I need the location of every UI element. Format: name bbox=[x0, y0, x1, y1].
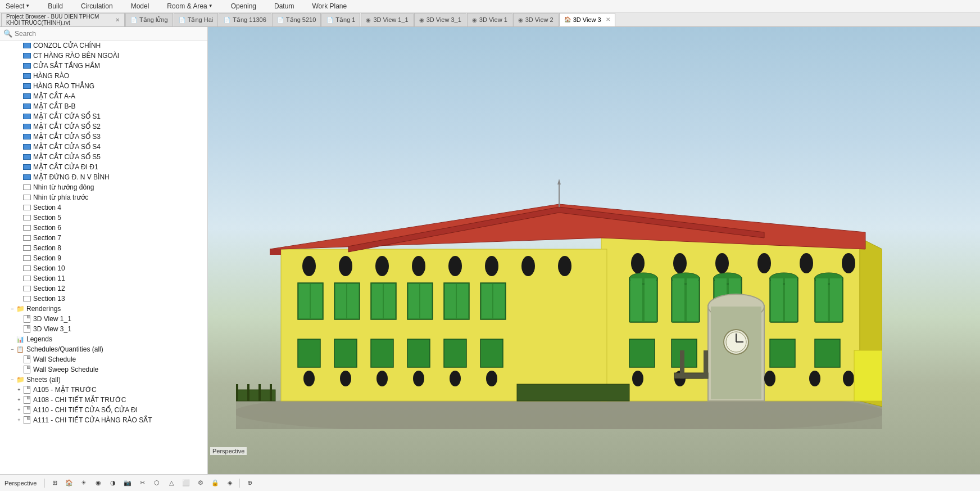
toolbar-btn-render[interactable]: ◉ bbox=[92, 477, 105, 489]
tree-item-schedules[interactable]: − 📋 Schedules/Quantities (all) bbox=[7, 344, 207, 354]
tree-item-section-5[interactable]: Section 5 bbox=[13, 213, 207, 223]
svg-rect-41 bbox=[785, 278, 797, 321]
tree-item-a105[interactable]: + A105 - MẶT TRƯỚC bbox=[13, 385, 207, 395]
tree-item-a110[interactable]: + A110 - CHI TIẾT CỬA SỔ, CỬA ĐI bbox=[13, 405, 207, 415]
tree-item-mat-cat-s5[interactable]: MẶT CẮT CỬA SỔ S5 bbox=[13, 152, 207, 162]
menu-select[interactable]: Select ▼ bbox=[2, 0, 33, 12]
svg-point-80 bbox=[413, 371, 424, 386]
tree-item-section-4[interactable]: Section 4 bbox=[13, 202, 207, 213]
tree-expand-renderings[interactable]: − bbox=[9, 306, 16, 312]
toolbar-btn-camera[interactable]: 📷 bbox=[121, 477, 134, 489]
svg-point-73 bbox=[715, 253, 729, 273]
tree-item-a111[interactable]: + A111 - CHI TIẾT CỬA HÀNG RÀO SẮT bbox=[13, 415, 207, 425]
tree-expand-schedules[interactable]: − bbox=[9, 346, 16, 352]
tree-label-hang-rao: HÀNG RÀO bbox=[33, 72, 69, 80]
tree-expand-sheets[interactable]: − bbox=[9, 377, 16, 382]
toolbar-btn-house[interactable]: 🏠 bbox=[63, 477, 75, 489]
tree-item-nhin-tu-truoc[interactable]: Nhìn từ phía trước bbox=[13, 192, 207, 202]
toolbar-btn-nav[interactable]: △ bbox=[165, 477, 178, 489]
menu-datum[interactable]: Datum bbox=[271, 0, 297, 12]
tree-item-hang-rao-thang[interactable]: HÀNG RÀO THẲNG bbox=[13, 81, 207, 91]
tree-item-wall-sweep-schedule[interactable]: Wall Sweep Schedule bbox=[13, 364, 207, 375]
tree-expand-a110[interactable]: + bbox=[16, 407, 22, 413]
tree-item-sheets[interactable]: − 📁 Sheets (all) bbox=[7, 375, 207, 385]
svg-point-76 bbox=[842, 253, 855, 273]
toolbar-btn-scale[interactable]: ◈ bbox=[224, 477, 236, 489]
tree-item-nhin-tu-dong[interactable]: Nhìn từ hướng đông bbox=[13, 182, 207, 192]
tree-expand-a111[interactable]: + bbox=[16, 417, 22, 423]
menu-opening[interactable]: Opening bbox=[228, 0, 260, 12]
tree-icon-mat-cat-s3 bbox=[22, 133, 31, 141]
menu-model[interactable]: Model bbox=[128, 0, 153, 12]
svg-rect-16 bbox=[384, 284, 395, 318]
tree-item-3d-view-3-1[interactable]: 3D View 3_1 bbox=[13, 324, 207, 334]
svg-rect-40 bbox=[771, 278, 783, 321]
tree-item-section-7[interactable]: Section 7 bbox=[13, 233, 207, 243]
tree-item-section-6[interactable]: Section 6 bbox=[13, 223, 207, 233]
menu-circulation[interactable]: Circulation bbox=[78, 0, 116, 12]
tree-item-cua-sat[interactable]: CỬA SẮT TẦNG HẦM bbox=[13, 61, 207, 71]
svg-point-71 bbox=[631, 253, 645, 273]
tab-tang-hai[interactable]: 📄 Tầng Hai bbox=[174, 13, 219, 26]
toolbar-btn-grid[interactable]: ⊞ bbox=[48, 477, 61, 489]
tree-item-section-12[interactable]: Section 12 bbox=[13, 283, 207, 294]
tab-tang-11306[interactable]: 📄 Tầng 11306 bbox=[219, 13, 271, 26]
toolbar-btn-lock[interactable]: 🔒 bbox=[209, 477, 221, 489]
tree-item-renderings[interactable]: − 📁 Renderings bbox=[7, 304, 207, 314]
tree-item-conzol[interactable]: CONZOL CỬA CHÍNH bbox=[13, 40, 207, 51]
viewport[interactable]: Perspective bbox=[208, 27, 980, 474]
tab-close-3d-view-3[interactable]: ✕ bbox=[606, 16, 610, 22]
toolbar-btn-section[interactable]: ⬡ bbox=[151, 477, 163, 489]
search-input[interactable] bbox=[15, 30, 204, 38]
tab-tang-lung[interactable]: 📄 Tầng lửng bbox=[125, 13, 173, 26]
tree-item-mat-cat-bb[interactable]: MẶT CẮT B-B bbox=[13, 101, 207, 111]
tab-3d-view-3[interactable]: 🏠 3D View 3 ✕ bbox=[559, 13, 615, 26]
toolbar-btn-sun[interactable]: ☀ bbox=[78, 477, 90, 489]
toolbar-btn-clip[interactable]: ✂ bbox=[136, 477, 148, 489]
tree-item-section-9[interactable]: Section 9 bbox=[13, 253, 207, 263]
menu-room-area[interactable]: Room & Area ▼ bbox=[164, 0, 216, 12]
tree-item-hang-rao[interactable]: HÀNG RÀO bbox=[13, 71, 207, 81]
tree-expand-a105[interactable]: + bbox=[16, 387, 22, 393]
toolbar-btn-settings[interactable]: ⚙ bbox=[194, 477, 207, 489]
tree-item-section-13[interactable]: Section 13 bbox=[13, 294, 207, 304]
toolbar-btn-shadow[interactable]: ◑ bbox=[107, 477, 119, 489]
tree-item-ct-hang-rao[interactable]: CT HÀNG RÀO BÊN NGOÀI bbox=[13, 51, 207, 61]
tree-item-legends[interactable]: 📊 Legends bbox=[7, 334, 207, 344]
svg-rect-25 bbox=[493, 284, 505, 318]
tree-expand-a108[interactable]: + bbox=[16, 397, 22, 403]
project-close-btn[interactable]: ✕ bbox=[115, 17, 120, 23]
tree-item-mat-cat-s4[interactable]: MẶT CẮT CỬA SỔ S4 bbox=[13, 142, 207, 152]
tree-item-mat-cat-s1[interactable]: MẶT CẮT CỬA SỔ S1 bbox=[13, 111, 207, 121]
tree-item-mat-cat-aa[interactable]: MẶT CẮT A-A bbox=[13, 91, 207, 101]
tab-3d-view-3-1[interactable]: ◉ 3D View 3_1 bbox=[414, 13, 466, 26]
menu-work-plane[interactable]: Work Plane bbox=[308, 0, 350, 12]
tab-3d-view-2[interactable]: ◉ 3D View 2 bbox=[513, 13, 559, 26]
tree-item-mat-dung[interactable]: MẶT ĐỨNG Đ. N V BÌNH bbox=[13, 172, 207, 182]
menu-build[interactable]: Build bbox=[44, 0, 66, 12]
tree-container[interactable]: CONZOL CỬA CHÍNH CT HÀNG RÀO BÊN NGOÀI C… bbox=[0, 40, 207, 474]
tab-tang-1[interactable]: 📄 Tầng 1 bbox=[321, 13, 360, 26]
menu-select-label: Select bbox=[6, 2, 24, 10]
tree-item-section-8[interactable]: Section 8 bbox=[13, 243, 207, 253]
tree-item-mat-cat-s2[interactable]: MẶT CẮT CỬA SỔ S2 bbox=[13, 121, 207, 132]
tree-item-section-11[interactable]: Section 11 bbox=[13, 273, 207, 283]
tree-icon-renderings: 📁 bbox=[16, 305, 25, 313]
tree-item-mat-cat-di-d1[interactable]: MẶT CẮT CỬA ĐI Đ1 bbox=[13, 162, 207, 172]
tree-icon-section-10 bbox=[22, 264, 31, 272]
tree-item-section-10[interactable]: Section 10 bbox=[13, 263, 207, 273]
tree-item-3d-view-1-1[interactable]: 3D View 1_1 bbox=[13, 314, 207, 324]
tab-label-tang-5210: Tầng 5210 bbox=[286, 16, 316, 24]
tab-3d-view-1-1[interactable]: ◉ 3D View 1_1 bbox=[361, 13, 413, 26]
svg-point-85 bbox=[764, 371, 775, 386]
tree-item-a108[interactable]: + A108 - CHI TIẾT MẶT TRƯỚC bbox=[13, 395, 207, 405]
tree-icon-mat-cat-s1 bbox=[22, 112, 31, 120]
tree-item-wall-schedule[interactable]: Wall Schedule bbox=[13, 354, 207, 364]
tab-tang-5210[interactable]: 📄 Tầng 5210 bbox=[272, 13, 321, 26]
tree-label-legends: Legends bbox=[26, 335, 52, 343]
tree-item-mat-cat-s3[interactable]: MẶT CẮT CỬA SỔ S3 bbox=[13, 132, 207, 142]
tab-3d-view-1[interactable]: ◉ 3D View 1 bbox=[467, 13, 512, 26]
toolbar-btn-measure[interactable]: ⊕ bbox=[243, 477, 256, 489]
tab-icon-tang-1: 📄 bbox=[326, 17, 333, 23]
toolbar-btn-view[interactable]: ⬜ bbox=[180, 477, 192, 489]
